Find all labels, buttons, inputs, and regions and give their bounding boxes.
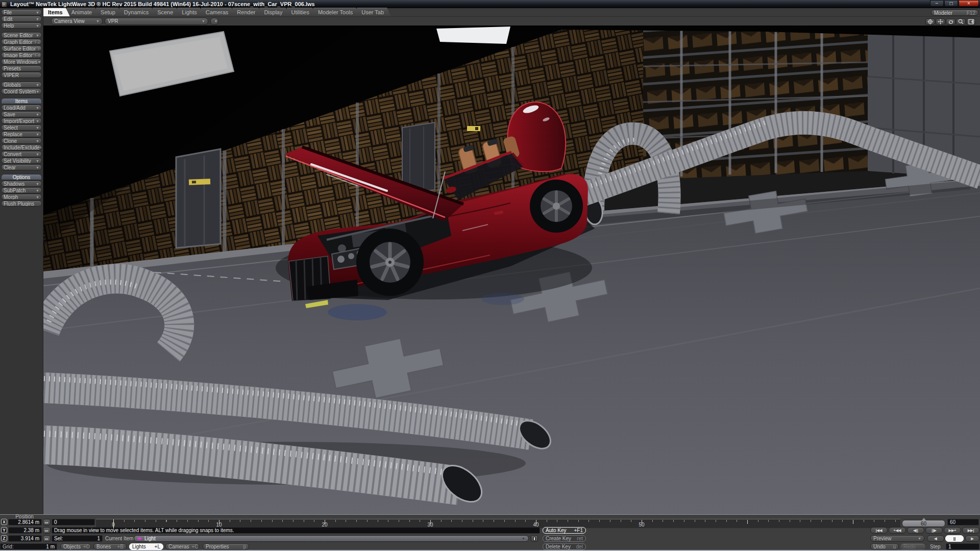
select-button[interactable]: Select▼ <box>1 124 42 131</box>
tab-display[interactable]: Display <box>259 8 289 16</box>
pause-button[interactable]: || <box>945 535 964 542</box>
redo-button[interactable]: Redo <box>900 543 925 550</box>
convert-button[interactable]: Convert▼ <box>1 151 42 157</box>
file-menu[interactable]: File▼ <box>1 9 42 15</box>
clone-button[interactable]: Clone▼ <box>1 138 42 144</box>
subpatch-button[interactable]: SubPatch▼ <box>1 187 42 193</box>
chevron-down-icon: ▼ <box>36 83 39 87</box>
step-back-button[interactable]: ◀|| <box>907 527 924 534</box>
nudge-x[interactable]: ◀▶ <box>43 519 51 525</box>
properties-button[interactable]: Propertiesp <box>203 543 249 550</box>
tab-user-tab[interactable]: User Tab <box>357 8 391 16</box>
bones-button[interactable]: Bones+B <box>93 543 127 550</box>
render-options-dropdown[interactable]: ▼ <box>210 18 218 25</box>
nudge-y[interactable]: ◀▶ <box>43 527 51 534</box>
undo-button[interactable]: Undou <box>870 543 899 550</box>
step-field[interactable]: 1 <box>946 543 979 550</box>
tab-cameras[interactable]: Cameras <box>201 8 236 16</box>
graph-editor-button[interactable]: Graph Editor^F2 <box>1 39 42 45</box>
play-forward-button[interactable]: ▶ <box>965 535 979 542</box>
item-bar-icon <box>533 537 535 541</box>
save-button[interactable]: Save▼ <box>1 111 42 117</box>
end-frame-field[interactable]: 60 <box>947 519 979 525</box>
auto-key-button[interactable]: Auto Key+F1 <box>543 527 586 534</box>
chevron-down-icon: ▼ <box>36 90 39 93</box>
tab-setup[interactable]: Setup <box>96 8 122 16</box>
go-end-button[interactable]: ▶▶| <box>962 527 979 534</box>
title-bar: Layout™ NewTek LightWave 3D ® HC Rev 201… <box>0 0 980 8</box>
play-reverse-button[interactable]: ◀ <box>927 535 944 542</box>
delete-key-button[interactable]: Delete Keydel <box>543 543 586 550</box>
scene-editor-button[interactable]: Scene Editor▼ <box>1 32 42 38</box>
tab-items[interactable]: Items <box>43 8 70 16</box>
current-item-label: Current Item <box>105 535 134 542</box>
clear-button[interactable]: Clear▼ <box>1 164 42 170</box>
edit-menu[interactable]: Edit▼ <box>1 16 42 22</box>
preview-dropdown[interactable]: Preview ▼ <box>870 535 924 542</box>
tab-scene[interactable]: Scene <box>153 8 180 16</box>
position-z-field[interactable]: 3.914 m <box>8 535 42 542</box>
image-editor-button[interactable]: Image Editor^F4 <box>1 52 42 58</box>
step-forward-button[interactable]: ||▶ <box>925 527 943 534</box>
surface-editor-button[interactable]: Surface Editor^F3 <box>1 45 42 52</box>
timeline-playhead[interactable] <box>113 519 114 529</box>
bottom-panel: Position X 2.8614 m ◀▶ 0 0 10 20 30 40 5… <box>0 514 980 551</box>
center-view-icon[interactable] <box>925 18 935 25</box>
tab-dynamics[interactable]: Dynamics <box>119 8 156 16</box>
item-options-button[interactable] <box>531 535 538 542</box>
nudge-z[interactable]: ◀▶ <box>43 535 51 542</box>
step-label: Step <box>930 543 941 550</box>
nudge-arrows-icon: ◀▶ <box>44 521 50 524</box>
tab-lights[interactable]: Lights <box>177 8 204 16</box>
position-x-field[interactable]: 2.8614 m <box>8 519 42 525</box>
viewport-3d[interactable] <box>43 26 980 514</box>
current-item-dropdown[interactable]: Light ▼ <box>134 535 529 542</box>
axis-x-button[interactable]: X <box>1 519 7 525</box>
coord-system-button[interactable]: Coord System▼ <box>1 88 42 94</box>
import-export-button[interactable]: Import/Export▼ <box>1 118 42 124</box>
more-windows-button[interactable]: More Windows▼ <box>1 59 42 65</box>
tab-animate[interactable]: Animate <box>67 8 99 16</box>
maximize-view-icon[interactable] <box>966 18 976 25</box>
zoom-view-icon[interactable] <box>956 18 966 25</box>
create-key-button[interactable]: Create Keyret <box>543 535 586 542</box>
axis-y-button[interactable]: Y <box>1 527 7 533</box>
tab-render[interactable]: Render <box>232 8 262 16</box>
tab-modeler-tools[interactable]: Modeler Tools <box>313 8 360 16</box>
cameras-button[interactable]: Cameras+C <box>165 543 199 550</box>
globals-button[interactable]: Globals▼ <box>1 82 42 88</box>
chevron-down-icon: ▼ <box>36 139 39 143</box>
tab-utilities[interactable]: Utilities <box>287 8 316 16</box>
items-section-header: Items <box>1 98 42 104</box>
lights-button[interactable]: Lights+L <box>129 543 163 550</box>
prev-key-button[interactable]: +◀◀ <box>889 527 906 534</box>
replace-button[interactable]: Replace▼ <box>1 131 42 137</box>
help-menu[interactable]: Help▼ <box>1 22 42 29</box>
set-visibility-button[interactable]: Set Visibility▼ <box>1 158 42 164</box>
position-y-field[interactable]: 2.38 m <box>8 527 42 534</box>
restore-icon[interactable]: □ <box>944 0 958 7</box>
flush-plugins-button[interactable]: Flush Plugins <box>1 201 42 207</box>
presets-button[interactable]: Presets <box>1 65 42 71</box>
go-start-button[interactable]: |◀◀ <box>870 527 888 534</box>
modeler-button[interactable]: Modeler F12 <box>931 10 978 16</box>
minimize-icon[interactable]: − <box>930 0 944 7</box>
rotate-view-icon[interactable] <box>946 18 955 25</box>
shadows-button[interactable]: Shadows▼ <box>1 181 42 187</box>
timeline-range-handle[interactable]: 60 <box>902 520 945 527</box>
morph-button[interactable]: Morph▼ <box>1 194 42 200</box>
chevron-down-icon: ▼ <box>36 17 39 21</box>
axis-z-button[interactable]: Z <box>1 535 7 541</box>
render-mode-dropdown[interactable]: VPR ▼ <box>105 18 208 25</box>
viper-button[interactable]: VIPER <box>1 72 42 78</box>
selection-count-field: Sel: 1 <box>52 535 103 542</box>
load-add-button[interactable]: Load/Add▼ <box>1 105 42 111</box>
move-view-icon[interactable] <box>936 18 945 25</box>
current-frame-field[interactable]: 0 <box>52 519 95 525</box>
next-key-button[interactable]: ▶▶+ <box>944 527 961 534</box>
chevron-down-icon: ▼ <box>36 34 39 37</box>
view-type-dropdown[interactable]: Camera View ▼ <box>51 18 103 25</box>
objects-button[interactable]: Objects+O <box>60 543 90 550</box>
include-exclude-button[interactable]: Include/Exclude▼ <box>1 144 42 151</box>
close-icon[interactable]: × <box>959 0 979 7</box>
